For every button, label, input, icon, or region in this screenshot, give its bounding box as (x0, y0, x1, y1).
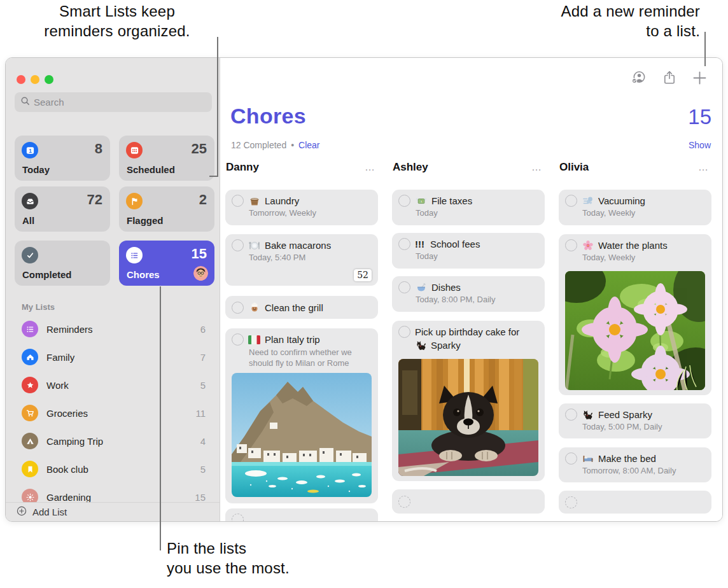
reminder-title: Laundry (265, 195, 299, 206)
new-reminder-checkbox[interactable] (565, 496, 577, 508)
reminder-card-plan-italy-trip[interactable]: Plan Italy trip Need to confirm whether … (225, 328, 378, 503)
search-input[interactable] (34, 97, 206, 108)
annotation-text: Smart Lists keep (18, 1, 216, 21)
list-count: 11 (195, 408, 206, 419)
section-title: Olivia (559, 161, 589, 174)
reminders-window: 1 8 Today 25 Scheduled 72 All (5, 57, 723, 522)
new-reminder-checkbox[interactable] (398, 496, 410, 508)
reminder-checkbox[interactable] (232, 302, 244, 314)
reminder-checkbox[interactable] (232, 195, 244, 207)
zoom-window-button[interactable] (45, 75, 53, 84)
bullet-list-icon (22, 321, 38, 337)
bullet-list-icon (126, 247, 143, 263)
smart-list-name: Chores (127, 269, 160, 280)
section-title: Ashley (393, 161, 428, 174)
column-ashley: Ashley … $ File taxes Today !!! Sch (392, 58, 545, 521)
minimize-window-button[interactable] (31, 75, 39, 84)
bowl-with-spoon-icon (415, 281, 427, 293)
priority-marker: !!! (415, 239, 424, 249)
reminder-checkbox[interactable] (565, 195, 577, 207)
smart-list-scheduled[interactable]: 25 Scheduled (119, 136, 214, 181)
reminder-title: Plan Italy trip (265, 334, 320, 345)
add-list-label: Add List (32, 507, 67, 517)
add-list-button[interactable]: Add List (6, 502, 220, 521)
smart-list-chores-selected[interactable]: 15 Chores (119, 241, 214, 286)
plus-circle-icon (17, 506, 27, 518)
tray-icon (22, 193, 38, 209)
list-count: 5 (200, 380, 206, 391)
reminder-checkbox[interactable] (565, 409, 577, 421)
cart-icon (22, 405, 38, 421)
list-name: Family (46, 352, 192, 363)
new-reminder-placeholder[interactable] (225, 508, 378, 522)
today-calendar-icon: 1 (22, 142, 38, 158)
new-reminder-placeholder[interactable] (392, 489, 545, 514)
sidebar-item-camping-trip[interactable]: Camping Trip 4 (15, 427, 212, 455)
annotation-text: Add a new reminder (484, 1, 700, 21)
sidebar-item-book-club[interactable]: Book club 5 (15, 455, 212, 483)
sidebar-item-family[interactable]: Family 7 (15, 343, 212, 371)
reminder-title: Bake macarons (265, 240, 331, 251)
smart-list-flagged[interactable]: 2 Flagged (119, 186, 214, 232)
reminder-card-water-the-plants[interactable]: Water the plants Today, Weekly (559, 234, 711, 395)
close-window-button[interactable] (17, 75, 25, 84)
new-reminder-placeholder[interactable] (559, 491, 711, 514)
svg-text:1: 1 (29, 147, 32, 153)
reminder-title: Water the plants (598, 240, 668, 251)
reminder-checkbox[interactable] (232, 239, 244, 251)
reminder-card-clean-the-grill[interactable]: Clean the grill (225, 296, 378, 319)
reminder-card-feed-sparky[interactable]: Feed Sparky Today, 5:00 PM, Daily (559, 403, 711, 438)
annotation-text: reminders organized. (18, 21, 216, 41)
pink-cosmos-flowers-photo[interactable] (565, 271, 705, 390)
section-more-button[interactable]: … (698, 164, 709, 171)
new-reminder-checkbox[interactable] (232, 514, 244, 522)
reminder-due: Today, Weekly (559, 251, 711, 262)
section-more-button[interactable]: … (365, 164, 375, 171)
column-olivia: Olivia … Vacuuming Today, Weekly (559, 58, 711, 521)
reminder-card-birthday-cake[interactable]: Pick up birthday cake for Sparky (392, 321, 545, 481)
tent-icon (22, 433, 38, 449)
laundry-basket-icon (248, 195, 260, 207)
italian-seaside-village-photo[interactable] (232, 373, 372, 497)
annotation-smart-lists: Smart Lists keep reminders organized. (18, 1, 216, 41)
reminder-card-vacuuming[interactable]: Vacuuming Today, Weekly (559, 190, 711, 225)
reminder-checkbox[interactable] (565, 239, 577, 251)
smart-list-completed[interactable]: Completed (15, 241, 110, 286)
reminder-card-laundry[interactable]: Laundry Tomorrow, Weekly (225, 190, 378, 225)
reminder-checkbox[interactable] (398, 326, 410, 338)
reminder-checkbox[interactable] (398, 281, 410, 293)
sidebar-item-work[interactable]: Work 5 (15, 371, 212, 399)
reminder-checkbox[interactable] (398, 195, 410, 207)
reminder-due: Today, 8:00 PM, Daily (392, 293, 545, 304)
reminder-card-file-taxes[interactable]: $ File taxes Today (392, 190, 545, 225)
sidebar-item-groceries[interactable]: Groceries 11 (15, 399, 212, 427)
reminder-due: Today, 5:00 PM, Daily (559, 421, 711, 431)
callout-line-add-reminder (704, 32, 706, 66)
checkmark-icon (22, 247, 38, 263)
list-name: Gardening (46, 492, 186, 503)
smart-list-name: All (22, 215, 34, 226)
section-more-button[interactable]: … (531, 164, 542, 171)
column-danny: Danny … Laundry Tomorrow, Weekly (225, 58, 378, 521)
bookmark-icon (22, 461, 38, 477)
reminder-card-bake-macarons[interactable]: Bake macarons Today, 5:40 PM 52 (225, 234, 378, 286)
section-title: Danny (226, 161, 259, 174)
reminder-card-school-fees[interactable]: !!! School fees Today (392, 233, 545, 269)
smart-list-all[interactable]: 72 All (15, 186, 110, 232)
reminder-title: School fees (430, 239, 480, 249)
boston-terrier-dog-photo[interactable] (398, 359, 538, 476)
smart-list-today[interactable]: 1 8 Today (15, 136, 110, 181)
reminder-due: Today, Weekly (559, 207, 711, 218)
sidebar-item-reminders[interactable]: Reminders 6 (15, 315, 212, 343)
reminder-checkbox[interactable] (398, 238, 410, 250)
chef-icon (248, 302, 260, 314)
reminder-title-line2: Sparky (431, 340, 461, 351)
reminder-checkbox[interactable] (232, 333, 244, 346)
list-name: Work (46, 380, 192, 391)
attachment-thumbnail-52[interactable]: 52 (354, 269, 372, 281)
reminder-checkbox[interactable] (565, 452, 577, 465)
reminder-card-dishes[interactable]: Dishes Today, 8:00 PM, Daily (392, 276, 545, 312)
dog-icon (415, 339, 427, 351)
search-field[interactable] (15, 92, 212, 112)
reminder-card-make-the-bed[interactable]: Make the bed Tomorrow, 8:00 AM, Daily (559, 447, 711, 482)
